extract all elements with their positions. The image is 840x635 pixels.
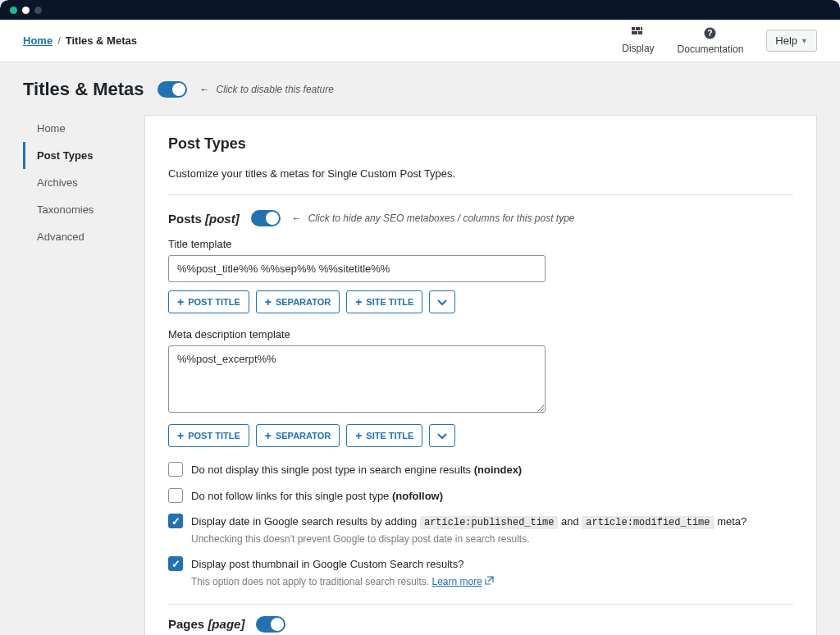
breadcrumb: Home / Titles & Metas: [23, 34, 137, 47]
documentation-label: Documentation: [678, 43, 744, 55]
breadcrumb-current: Titles & Metas: [66, 34, 137, 47]
documentation-button[interactable]: ? Documentation: [678, 27, 744, 55]
display-date-label: Display date in Google search results by…: [191, 514, 746, 546]
noindex-row: Do not display this single post type in …: [168, 462, 793, 478]
post-title-button[interactable]: +POST TITLE: [168, 290, 249, 313]
title-template-input[interactable]: [168, 255, 546, 282]
display-thumbnail-row: Display post thumbnail in Google Custom …: [168, 556, 793, 589]
arrow-left-icon: ←: [292, 212, 302, 224]
section-desc: Customize your titles & metas for Single…: [168, 167, 793, 195]
header-right: Display ? Documentation Help ▼: [622, 27, 817, 55]
sidebar-item-post-types[interactable]: Post Types: [23, 142, 144, 169]
svg-rect-1: [636, 27, 640, 30]
help-label: Help: [775, 34, 797, 47]
section-title: Post Types: [168, 135, 793, 153]
help-circle-icon: ?: [704, 27, 716, 42]
plus-icon: +: [355, 296, 362, 308]
title-template-buttons: +POST TITLE +SEPARATOR +SITE TITLE: [168, 290, 793, 313]
display-thumbnail-hint: This option does not apply to traditiona…: [191, 574, 494, 589]
external-link-icon: [485, 574, 494, 589]
svg-text:?: ?: [708, 29, 713, 38]
site-title-button[interactable]: +SITE TITLE: [346, 290, 422, 313]
feature-toggle-hint: ← Click to disable this feature: [200, 84, 334, 95]
caret-down-icon: ▼: [801, 37, 808, 45]
page-title: Titles & Metas: [23, 79, 144, 100]
nofollow-label: Do not follow links for this single post…: [191, 488, 443, 505]
pages-toggle[interactable]: [256, 616, 285, 633]
display-date-hint: Unchecking this doesn't prevent Google t…: [191, 532, 746, 546]
svg-rect-0: [632, 27, 635, 30]
svg-rect-2: [641, 27, 642, 30]
feature-toggle[interactable]: [158, 81, 187, 98]
sidebar-item-advanced[interactable]: Advanced: [23, 223, 144, 250]
pages-label: Pages [page]: [168, 617, 244, 631]
window-dot-white[interactable]: [22, 7, 30, 14]
noindex-checkbox[interactable]: [168, 462, 183, 477]
display-date-checkbox[interactable]: [168, 514, 183, 528]
separator-button[interactable]: +SEPARATOR: [256, 290, 340, 313]
chevron-down-icon: [437, 430, 447, 442]
plus-icon: +: [177, 296, 184, 308]
posts-header-row: Posts [post] ← Click to hide any SEO met…: [168, 210, 793, 226]
nofollow-checkbox[interactable]: [168, 488, 183, 503]
separator-button[interactable]: +SEPARATOR: [256, 424, 340, 447]
feature-toggle-hint-text: Click to disable this feature: [217, 84, 334, 95]
plus-icon: +: [355, 430, 362, 441]
window-dot-green[interactable]: [10, 7, 17, 14]
window-titlebar: [0, 0, 840, 20]
sidebar-item-home[interactable]: Home: [23, 115, 144, 142]
posts-label: Posts [post]: [168, 212, 240, 226]
post-title-button[interactable]: +POST TITLE: [168, 424, 249, 447]
pages-header-row: Pages [page]: [168, 616, 793, 633]
svg-rect-3: [632, 31, 637, 34]
plus-icon: +: [177, 430, 184, 441]
learn-more-link[interactable]: Learn more: [432, 576, 482, 587]
more-tags-dropdown[interactable]: [429, 290, 455, 313]
help-dropdown[interactable]: Help ▼: [766, 30, 817, 52]
display-icon: [632, 27, 645, 41]
page-title-row: Titles & Metas ← Click to disable this f…: [23, 79, 817, 100]
display-label: Display: [622, 43, 654, 54]
breadcrumb-home[interactable]: Home: [23, 34, 52, 47]
breadcrumb-separator: /: [57, 34, 61, 47]
posts-toggle-hint: ← Click to hide any SEO metaboxes / colu…: [292, 212, 575, 224]
sidebar-item-archives[interactable]: Archives: [23, 169, 144, 196]
display-thumbnail-label: Display post thumbnail in Google Custom …: [191, 556, 494, 589]
posts-toggle[interactable]: [251, 210, 281, 226]
window-dot-gray[interactable]: [34, 7, 42, 14]
content-row: Home Post Types Archives Taxonomies Adva…: [23, 115, 817, 635]
chevron-down-icon: [437, 296, 447, 308]
posts-toggle-hint-text: Click to hide any SEO metaboxes / column…: [308, 212, 575, 224]
display-button[interactable]: Display: [622, 27, 654, 54]
more-tags-dropdown[interactable]: [429, 424, 455, 447]
sidebar-item-taxonomies[interactable]: Taxonomies: [23, 196, 144, 223]
meta-desc-textarea[interactable]: %%post_excerpt%%: [168, 345, 546, 413]
meta-desc-buttons: +POST TITLE +SEPARATOR +SITE TITLE: [168, 424, 793, 447]
title-template-label: Title template: [168, 238, 793, 250]
display-date-row: Display date in Google search results by…: [168, 514, 793, 546]
plus-icon: +: [265, 430, 272, 441]
divider: [168, 604, 793, 605]
plus-icon: +: [265, 296, 272, 308]
arrow-left-icon: ←: [200, 84, 210, 95]
site-title-button[interactable]: +SITE TITLE: [346, 424, 422, 447]
meta-desc-label: Meta description template: [168, 328, 793, 340]
sidebar: Home Post Types Archives Taxonomies Adva…: [23, 115, 144, 635]
display-thumbnail-checkbox[interactable]: [168, 556, 183, 571]
nofollow-row: Do not follow links for this single post…: [168, 488, 793, 505]
main-panel: Post Types Customize your titles & metas…: [144, 115, 817, 635]
page-container: Titles & Metas ← Click to disable this f…: [0, 62, 840, 635]
header-bar: Home / Titles & Metas Display ? Document…: [0, 20, 840, 62]
noindex-label: Do not display this single post type in …: [191, 462, 522, 478]
svg-rect-4: [638, 31, 642, 34]
